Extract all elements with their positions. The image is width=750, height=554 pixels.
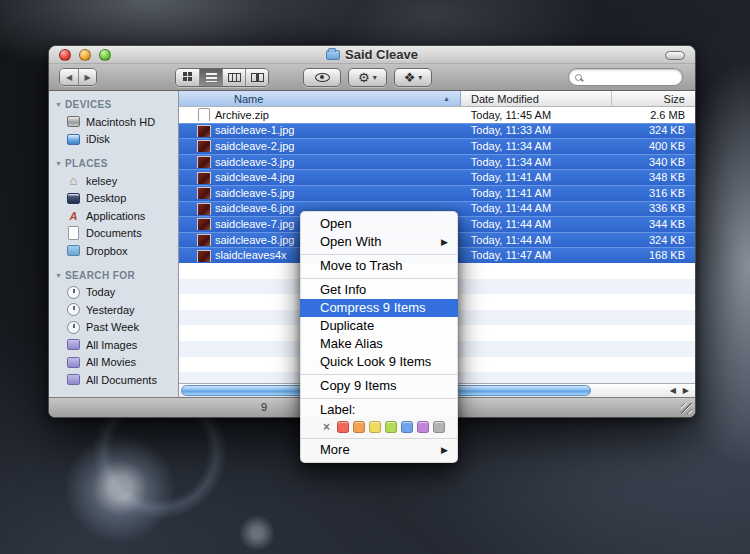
folder-icon: [326, 50, 340, 60]
search-input[interactable]: [582, 71, 682, 83]
table-row[interactable]: saidcleave-4.jpg Today, 11:41 AM 348 KB: [179, 169, 695, 185]
sidebar-item[interactable]: Desktop: [49, 190, 178, 208]
table-row[interactable]: saidcleave-2.jpg Today, 11:34 AM 400 KB: [179, 138, 695, 154]
window-controls: [59, 49, 111, 61]
back-button[interactable]: ◀: [60, 69, 78, 85]
titlebar[interactable]: Said Cleave: [49, 46, 695, 64]
sidebar-item-label: Dropbox: [86, 245, 128, 257]
sidebar-item-label: Past Week: [86, 321, 139, 333]
orange-label-swatch[interactable]: [353, 421, 365, 433]
green-label-swatch[interactable]: [385, 421, 397, 433]
action-menu-button[interactable]: ⚙▾: [348, 68, 387, 87]
column-label: Date Modified: [471, 93, 539, 105]
file-name: saidcleave-4.jpg: [215, 171, 295, 183]
menu-item-compress[interactable]: Compress 9 Items: [300, 299, 458, 317]
quick-look-button[interactable]: [303, 68, 341, 87]
menu-item-more[interactable]: More▶: [300, 441, 458, 459]
file-date-modified: Today, 11:41 AM: [461, 171, 612, 183]
column-header-name[interactable]: Name ▲: [179, 91, 461, 106]
image-thumbnail-icon: [197, 249, 209, 262]
sidebar-item[interactable]: All Documents: [49, 371, 178, 389]
blue-label-swatch[interactable]: [401, 421, 413, 433]
menu-item-open-with[interactable]: Open With▶: [300, 233, 458, 251]
menu-item-copy[interactable]: Copy 9 Items: [300, 377, 458, 395]
menu-item-quick-look[interactable]: Quick Look 9 Items: [300, 353, 458, 371]
resize-grip[interactable]: [681, 403, 692, 414]
scroll-right-arrow[interactable]: ▶: [683, 387, 689, 395]
coverflow-view-icon: [251, 73, 264, 82]
coverflow-view-button[interactable]: [245, 69, 268, 86]
menu-separator: [300, 438, 458, 439]
sidebar-item[interactable]: ⌂ kelsey: [49, 172, 178, 190]
menu-item-duplicate[interactable]: Duplicate: [300, 317, 458, 335]
sidebar-item[interactable]: Yesterday: [49, 301, 178, 319]
sidebar-item[interactable]: Past Week: [49, 319, 178, 337]
context-menu: Open Open With▶ Move to Trash Get Info C…: [300, 211, 458, 463]
dropbox-menu-button[interactable]: ❖▾: [394, 68, 433, 87]
image-thumbnail-icon: [197, 155, 209, 168]
column-view-button[interactable]: [222, 69, 245, 86]
sidebar-item-label: All Movies: [86, 356, 136, 368]
scroll-left-arrow[interactable]: ◀: [670, 387, 676, 395]
table-row[interactable]: saidcleave-3.jpg Today, 11:34 AM 340 KB: [179, 154, 695, 170]
file-size: 348 KB: [612, 171, 695, 183]
red-label-swatch[interactable]: [337, 421, 349, 433]
yellow-label-swatch[interactable]: [369, 421, 381, 433]
sidebar-item-label: kelsey: [86, 175, 117, 187]
sidebar-item[interactable]: Macintosh HD: [49, 113, 178, 131]
file-size: 324 KB: [612, 124, 695, 136]
zoom-button[interactable]: [99, 49, 111, 61]
file-name: saidcleave-6.jpg: [215, 202, 295, 214]
toolbar: ◀ ▶ ⚙▾ ❖▾: [49, 64, 695, 91]
minimize-button[interactable]: [79, 49, 91, 61]
sidebar-item-label: iDisk: [86, 133, 110, 145]
section-title: DEVICES: [65, 99, 112, 110]
menu-item-move-to-trash[interactable]: Move to Trash: [300, 257, 458, 275]
list-view-icon: [206, 73, 217, 82]
sidebar: ▼ DEVICES Macintosh HD iDisk: [49, 91, 179, 397]
sidebar-section-header[interactable]: ▼ SEARCH FOR: [49, 267, 178, 284]
desktop-icon: [67, 192, 80, 205]
sidebar-item-label: Yesterday: [86, 304, 135, 316]
icon-view-button[interactable]: [176, 69, 199, 86]
gray-label-swatch[interactable]: [433, 421, 445, 433]
list-view-button[interactable]: [199, 69, 222, 86]
sort-ascending-icon: ▲: [443, 95, 450, 102]
sidebar-section-header[interactable]: ▼ PLACES: [49, 155, 178, 172]
column-label: Size: [664, 93, 685, 105]
purple-label-swatch[interactable]: [417, 421, 429, 433]
table-row[interactable]: Archive.zip Today, 11:45 AM 2.6 MB: [179, 107, 695, 123]
no-label-swatch[interactable]: ×: [320, 421, 333, 433]
sidebar-item[interactable]: Today: [49, 284, 178, 302]
menu-item-get-info[interactable]: Get Info: [300, 281, 458, 299]
forward-button[interactable]: ▶: [78, 69, 96, 85]
section-title: PLACES: [65, 158, 108, 169]
search-field[interactable]: [568, 68, 683, 86]
sidebar-item[interactable]: iDisk: [49, 131, 178, 149]
menu-item-open[interactable]: Open: [300, 215, 458, 233]
dropbox-icon: ❖: [404, 71, 416, 84]
sidebar-section-devices: ▼ DEVICES Macintosh HD iDisk: [49, 96, 178, 148]
sidebar-item[interactable]: A Applications: [49, 207, 178, 225]
column-header-date-modified[interactable]: Date Modified: [461, 91, 612, 106]
sidebar-item-label: Macintosh HD: [86, 116, 155, 128]
sidebar-item[interactable]: All Movies: [49, 354, 178, 372]
column-header-size[interactable]: Size: [612, 91, 695, 106]
table-row[interactable]: saidcleave-1.jpg Today, 11:33 AM 324 KB: [179, 123, 695, 139]
applications-icon: A: [67, 209, 80, 222]
sidebar-item[interactable]: Documents: [49, 225, 178, 243]
menu-separator: [300, 254, 458, 255]
zip-file-icon: [197, 108, 209, 121]
view-mode-control: [175, 68, 269, 87]
sidebar-section-header[interactable]: ▼ DEVICES: [49, 96, 178, 113]
sidebar-item[interactable]: All Images: [49, 336, 178, 354]
toolbar-toggle-button[interactable]: [665, 51, 685, 60]
menu-item-make-alias[interactable]: Make Alias: [300, 335, 458, 353]
submenu-arrow-icon: ▶: [441, 233, 448, 251]
sidebar-item-label: Today: [86, 286, 115, 298]
sidebar-item[interactable]: Dropbox: [49, 242, 178, 260]
table-row[interactable]: saidcleave-5.jpg Today, 11:41 AM 316 KB: [179, 185, 695, 201]
close-button[interactable]: [59, 49, 71, 61]
submenu-arrow-icon: ▶: [441, 441, 448, 459]
file-date-modified: Today, 11:34 AM: [461, 156, 612, 168]
